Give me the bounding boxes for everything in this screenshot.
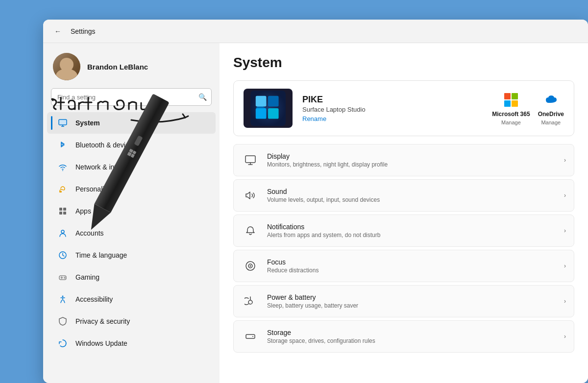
user-name: Brandon LeBlanc: [87, 63, 148, 71]
svg-point-22: [252, 336, 253, 337]
quick-app-onedrive[interactable]: OneDrive Manage: [538, 91, 564, 125]
settings-item-sound[interactable]: Sound Volume levels, output, input, soun…: [233, 179, 574, 212]
svg-rect-3: [59, 208, 62, 211]
device-card: PIKE Surface Laptop Studio Rename: [233, 80, 574, 136]
sidebar-item-time[interactable]: Time & language: [47, 244, 216, 266]
settings-window: ← Settings Brandon LeBlanc 🔍: [43, 20, 588, 383]
search-box: 🔍: [51, 88, 212, 106]
svg-rect-4: [63, 208, 66, 211]
notifications-icon: [242, 222, 259, 239]
storage-text: Storage Storage space, drives, configura…: [267, 329, 556, 344]
sidebar-item-privacy[interactable]: Privacy & security: [47, 311, 216, 332]
svg-point-19: [250, 265, 251, 267]
settings-item-display[interactable]: Display Monitors, brightness, night ligh…: [233, 144, 574, 176]
user-section[interactable]: Brandon LeBlanc: [43, 43, 220, 88]
svg-point-7: [61, 230, 64, 233]
sound-label: Sound: [267, 188, 556, 195]
account-icon: [57, 227, 69, 239]
sidebar-item-personalization[interactable]: Personalization: [47, 178, 216, 200]
sidebar-label-privacy: Privacy & security: [75, 317, 130, 325]
focus-desc: Reduce distractions: [267, 267, 556, 274]
chevron-right-icon: ›: [564, 192, 566, 199]
sidebar-item-accessibility[interactable]: Accessibility: [47, 288, 216, 310]
m365-label: Microsoft 365: [492, 111, 530, 118]
power-text: Power & battery Sleep, battery usage, ba…: [267, 293, 556, 309]
wifi-icon: [57, 161, 69, 173]
rename-link[interactable]: Rename: [302, 115, 482, 122]
sound-icon: [242, 187, 259, 204]
display-text: Display Monitors, brightness, night ligh…: [267, 152, 556, 168]
onedrive-label: OneDrive: [538, 111, 564, 118]
focus-text: Focus Reduce distractions: [267, 258, 556, 274]
settings-item-storage[interactable]: Storage Storage space, drives, configura…: [233, 320, 574, 353]
quick-app-m365[interactable]: Microsoft 365 Manage: [492, 91, 530, 125]
clock-icon: [57, 249, 69, 261]
sidebar-label-bluetooth: Bluetooth & devices: [75, 141, 136, 149]
device-model: Surface Laptop Studio: [302, 106, 482, 113]
accessibility-icon: [57, 293, 69, 305]
chevron-right-icon: ›: [564, 298, 566, 305]
chevron-right-icon: ›: [564, 227, 566, 234]
onedrive-sublabel: Manage: [541, 120, 561, 125]
update-icon: [57, 337, 69, 349]
settings-item-notifications[interactable]: Notifications Alerts from apps and syste…: [233, 215, 574, 247]
page-title: System: [233, 55, 574, 71]
gaming-icon: [57, 271, 69, 283]
sidebar-item-accounts[interactable]: Accounts: [47, 222, 216, 244]
svg-rect-1: [59, 120, 66, 124]
notifications-desc: Alerts from apps and system, do not dist…: [267, 232, 556, 239]
sidebar-item-update[interactable]: Windows Update: [47, 333, 216, 354]
avatar: [53, 53, 80, 80]
sidebar-label-accessibility: Accessibility: [75, 295, 113, 303]
bluetooth-icon: [57, 139, 69, 151]
quick-apps: Microsoft 365 Manage OneDrive Manage: [492, 91, 564, 125]
sidebar-item-system[interactable]: System: [47, 112, 216, 134]
avatar-image: [53, 53, 80, 80]
svg-rect-16: [245, 156, 255, 163]
chevron-right-icon: ›: [564, 263, 566, 269]
apps-icon: [57, 205, 69, 217]
m365-sublabel: Manage: [501, 120, 521, 125]
sidebar-label-system: System: [75, 119, 100, 127]
svg-rect-21: [246, 335, 255, 338]
power-icon: [242, 292, 259, 310]
svg-point-10: [62, 296, 64, 297]
sidebar: Brandon LeBlanc 🔍 System: [43, 43, 220, 383]
nav-list: System Bluetooth & devices: [43, 112, 220, 355]
storage-label: Storage: [267, 329, 556, 336]
content-area: Brandon LeBlanc 🔍 System: [43, 43, 588, 383]
chevron-right-icon: ›: [564, 157, 566, 164]
sidebar-label-update: Windows Update: [75, 339, 127, 347]
svg-rect-14: [256, 108, 267, 119]
monitor-icon: [57, 117, 69, 129]
settings-list: Display Monitors, brightness, night ligh…: [233, 144, 574, 353]
sidebar-label-time: Time & language: [75, 251, 127, 259]
onedrive-icon: [542, 91, 560, 109]
sidebar-label-gaming: Gaming: [75, 273, 99, 281]
sidebar-item-network[interactable]: Network & internet: [47, 156, 216, 178]
sidebar-label-apps: Apps: [75, 207, 91, 215]
storage-desc: Storage space, drives, configuration rul…: [267, 337, 556, 344]
svg-rect-5: [59, 212, 62, 215]
back-icon: ←: [54, 27, 61, 35]
sidebar-label-accounts: Accounts: [75, 229, 104, 237]
settings-item-power[interactable]: Power & battery Sleep, battery usage, ba…: [233, 285, 574, 317]
back-button[interactable]: ←: [51, 24, 65, 38]
notifications-text: Notifications Alerts from apps and syste…: [267, 223, 556, 239]
window-title: Settings: [71, 27, 96, 35]
svg-rect-2: [59, 191, 62, 192]
power-desc: Sleep, battery usage, battery saver: [267, 302, 556, 309]
sidebar-item-gaming[interactable]: Gaming: [47, 266, 216, 288]
settings-item-focus[interactable]: Focus Reduce distractions ›: [233, 250, 574, 282]
sidebar-item-bluetooth[interactable]: Bluetooth & devices: [47, 134, 216, 156]
search-input[interactable]: [51, 88, 212, 106]
m365-icon: [502, 91, 520, 109]
notifications-label: Notifications: [267, 223, 556, 231]
device-name: PIKE: [302, 95, 482, 105]
windows-logo: [250, 91, 286, 126]
sidebar-label-network: Network & internet: [75, 163, 132, 171]
svg-rect-6: [63, 212, 66, 215]
display-desc: Monitors, brightness, night light, displ…: [267, 161, 556, 168]
search-icon: 🔍: [198, 93, 207, 101]
sidebar-item-apps[interactable]: Apps: [47, 200, 216, 222]
